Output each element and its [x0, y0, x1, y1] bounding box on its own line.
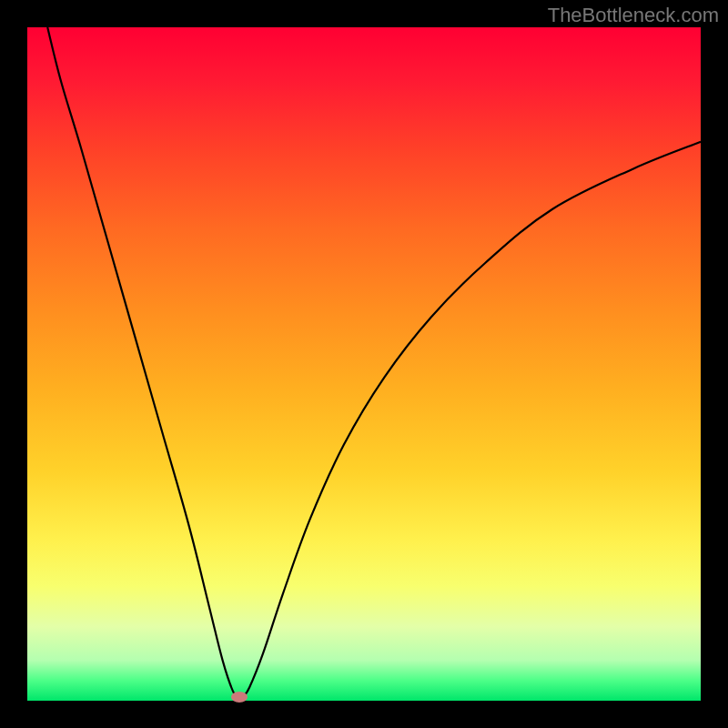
- plot-area: [27, 27, 701, 701]
- bottleneck-curve-path: [47, 27, 701, 700]
- min-marker: [231, 692, 248, 703]
- curve-svg: [27, 27, 701, 701]
- chart-frame: TheBottleneck.com: [0, 0, 728, 728]
- watermark-text: TheBottleneck.com: [548, 4, 719, 27]
